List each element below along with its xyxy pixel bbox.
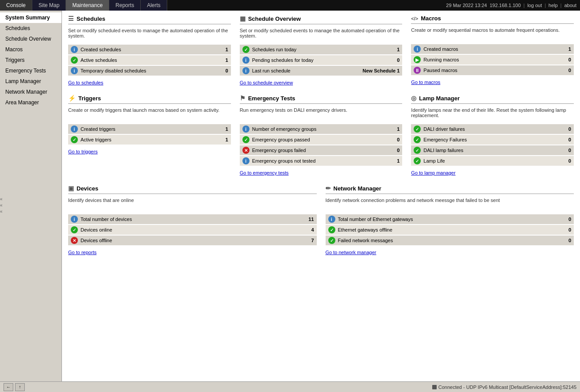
devices-title: Devices [77,185,98,192]
nav-alerts[interactable]: Alerts [141,0,167,11]
stat-row: ✕ Emergency groups failed 0 [240,145,403,155]
network-manager-link[interactable]: Go to network manager [326,250,376,255]
triggers-link[interactable]: Go to triggers [68,149,98,154]
sidebar-item-schedules[interactable]: Schedules [0,23,61,34]
stat-row: i Created triggers 1 [68,124,231,134]
sidebar-item-network-manager[interactable]: Network Manager [0,87,61,97]
schedules-panel: ☰ Schedules Set or modify scheduled even… [68,15,231,86]
stat-label: Paused macros [423,68,562,73]
schedule-overview-header: ▦ Schedule Overview [240,15,403,24]
macros-title: Macros [421,15,441,22]
macros-icon: </> [411,16,418,21]
success-icon: ✓ [242,136,250,143]
success-icon: ✓ [414,157,421,164]
user-ip: 192.168.1.100 [490,3,521,8]
lamp-manager-icon: ◎ [411,95,416,102]
sidebar-item-area-manager[interactable]: Area Manager [0,97,61,108]
paused-icon: ⏸ [414,67,421,74]
network-manager-panel: ✏ Network Manager Identify network conne… [326,185,574,255]
stat-value: 1 [219,47,228,52]
collapse-arrows[interactable]: « « « [0,196,3,215]
stat-value: 1 [219,57,228,63]
stat-value: 0 [391,137,399,142]
nav-console[interactable]: Console [0,0,32,11]
schedule-overview-link[interactable]: Go to schedule overview [240,80,293,85]
share-button[interactable]: ↑ [15,383,25,391]
stat-label: Total number of devices [81,217,305,222]
top-navbar: Console Site Map Maintenance Reports Ale… [0,0,580,11]
stat-label: Running macros [423,57,562,62]
stat-value: 0 [562,126,571,132]
back-button[interactable]: ← [4,383,13,391]
stat-row: i Temporary disabled schedules 0 [68,66,231,76]
schedule-overview-icon: ▦ [240,15,246,22]
stat-value: 1 [391,126,399,132]
sidebar-item-schedule-overview[interactable]: Schedule Overview [0,34,61,44]
success-icon: ✓ [414,136,421,143]
lamp-manager-link[interactable]: Go to lamp manager [411,170,455,175]
content-area: ☰ Schedules Set or modify scheduled even… [62,11,580,381]
stat-row: i Total number of devices 11 [68,214,317,224]
emergency-tests-panel: ⚑ Emergency Tests Run emergency tests on… [240,95,403,176]
sidebar-item-macros[interactable]: Macros [0,44,61,55]
success-icon: ✓ [71,136,78,143]
schedule-overview-stats: ✓ Schedules run today 1 i Pending schedu… [240,45,403,76]
sidebar-item-triggers[interactable]: Triggers [0,55,61,65]
success-icon: ✓ [328,237,335,244]
stat-value: 0 [562,137,571,142]
stat-label: Emergency groups not tested [252,158,391,164]
stat-label: Created schedules [81,47,219,52]
network-manager-header: ✏ Network Manager [326,185,574,194]
stat-row: ✓ Failed network messages 0 [326,236,574,245]
success-icon: ✓ [71,57,78,64]
info-icon: i [242,57,250,64]
nav-maintenance[interactable]: Maintenance [66,0,109,11]
nav-reports[interactable]: Reports [109,0,141,11]
error-icon: ✕ [71,237,78,244]
stat-label: Created macros [423,46,562,52]
stat-row: i Number of emergency groups 1 [240,124,403,134]
macros-link[interactable]: Go to macros [411,80,440,85]
stat-row: ✓ DALI lamp failures 0 [411,145,574,155]
stat-value: 11 [305,217,314,222]
info-icon: i [242,157,250,164]
datetime: 29 Mar 2022 13:24 [446,3,487,8]
schedule-overview-panel: ▦ Schedule Overview Set or modify schedu… [240,15,403,86]
schedules-desc: Set or modify scheduled events to manage… [68,28,231,40]
stat-label: Emergency groups failed [252,148,391,153]
sidebar-item-system-summary[interactable]: System Summary [0,12,61,23]
stat-row: i Pending schedules for today 0 [240,55,403,65]
schedule-overview-title: Schedule Overview [248,15,301,22]
triggers-panel: ⚡ Triggers Create or modify triggers tha… [68,95,231,176]
stat-value: 4 [305,227,314,232]
stat-label: Devices online [81,227,305,232]
info-icon: i [71,126,78,133]
devices-stats: i Total number of devices 11 ✓ Devices o… [68,214,317,245]
error-icon: ✕ [242,147,250,154]
sidebar-item-emergency-tests[interactable]: Emergency Tests [0,65,61,76]
stat-row: ✓ Emergency groups passed 0 [240,135,403,145]
sidebar-item-lamp-manager[interactable]: Lamp Manager [0,76,61,87]
stat-value: 1 [391,47,399,52]
about-link[interactable]: about [564,3,576,8]
schedules-title: Schedules [77,15,105,22]
stat-value: 0 [562,158,571,164]
stat-value: 0 [562,148,571,153]
stat-label: Emergency Failures [423,137,562,142]
panel-row-1: ☰ Schedules Set or modify scheduled even… [68,15,574,95]
stat-value: 1 [219,126,228,132]
logout-link[interactable]: log out [527,3,542,8]
emergency-tests-link[interactable]: Go to emergency tests [240,170,289,175]
stat-value: 1 [391,158,399,164]
triggers-header: ⚡ Triggers [68,95,231,104]
emergency-tests-desc: Run emergency tests on DALI emergency dr… [240,107,403,120]
help-link[interactable]: help [549,3,558,8]
nav-sitemap[interactable]: Site Map [32,0,66,11]
schedules-link[interactable]: Go to schedules [68,80,104,85]
stat-row: i Emergency groups not tested 1 [240,156,403,166]
success-icon: ✓ [414,147,421,154]
info-icon: i [242,67,250,74]
devices-link[interactable]: Go to reports [68,250,96,255]
stat-label: Failed network messages [338,238,563,243]
stat-value: 0 [562,227,571,232]
